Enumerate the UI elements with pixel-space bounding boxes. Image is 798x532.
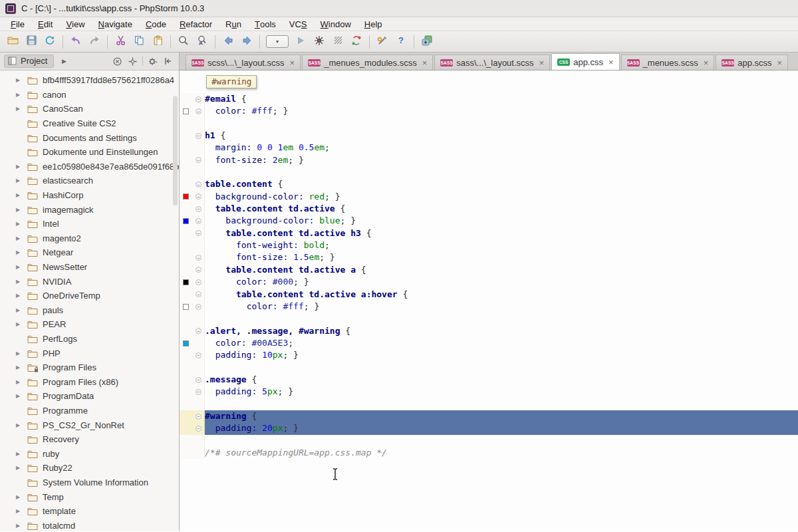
run-button[interactable]	[292, 34, 309, 50]
expand-arrow-icon[interactable]: ▶	[16, 221, 27, 227]
coverage-button[interactable]	[329, 34, 346, 50]
tree-item-template[interactable]: ▶template	[0, 504, 179, 519]
tree-item-newssetter[interactable]: ▶NewsSetter	[0, 260, 179, 275]
tree-item-temp[interactable]: ▶Temp	[0, 489, 179, 504]
fold-marker-icon[interactable]	[196, 328, 201, 334]
menu-window[interactable]: Window	[314, 17, 358, 31]
fold-marker-icon[interactable]	[196, 267, 201, 273]
expand-arrow-icon[interactable]: ▶	[16, 192, 27, 198]
tree-item-dokumente-und-einstellungen[interactable]: Dokumente und Einstellungen	[0, 145, 179, 160]
fold-marker-icon[interactable]	[196, 426, 201, 432]
tree-item-system-volume-information[interactable]: System Volume Information	[0, 475, 179, 490]
tree-item-programme[interactable]: Programme	[0, 404, 179, 418]
expand-arrow-icon[interactable]: ▶	[16, 422, 27, 428]
color-swatch[interactable]	[183, 218, 189, 224]
fold-marker-icon[interactable]	[196, 157, 201, 163]
tree-item-totalcmd[interactable]: ▶totalcmd	[0, 518, 179, 531]
tree-item-ruby22[interactable]: ▶Ruby22	[0, 461, 179, 475]
settings-button[interactable]	[374, 34, 391, 50]
editor-tab-app.css[interactable]: CSSapp.css×	[551, 53, 619, 70]
tree-item-magento2[interactable]: ▶magento2	[0, 231, 179, 246]
menu-file[interactable]: File	[4, 17, 31, 31]
tab-close-icon[interactable]: ×	[608, 58, 614, 66]
project-tree[interactable]: ▶bfb4fff53917fdd8e575621ff0286a4▶canon▶C…	[0, 70, 179, 531]
find-button[interactable]	[175, 34, 192, 50]
fold-marker-icon[interactable]	[196, 194, 201, 200]
expand-arrow-icon[interactable]: ▶	[16, 293, 27, 299]
open-folder-button[interactable]	[4, 34, 21, 50]
tree-item-recovery[interactable]: Recovery	[0, 432, 179, 447]
expand-arrow-icon[interactable]: ▶	[16, 207, 27, 213]
expand-arrow-icon[interactable]: ▶	[16, 178, 27, 184]
expand-arrow-icon[interactable]: ▶	[16, 92, 27, 98]
sync-button[interactable]	[41, 34, 59, 50]
expand-arrow-icon[interactable]: ▶	[16, 508, 27, 514]
expand-arrow-icon[interactable]: ▶	[16, 379, 27, 385]
tree-item-ruby[interactable]: ▶ruby	[0, 446, 179, 461]
forward-button[interactable]	[238, 34, 255, 50]
menu-edit[interactable]: Edit	[31, 17, 59, 31]
tree-item-intel[interactable]: ▶Intel	[0, 217, 179, 231]
tab-close-icon[interactable]: ×	[539, 59, 545, 67]
expand-arrow-icon[interactable]: ▶	[16, 465, 27, 471]
debug-button[interactable]	[311, 34, 328, 50]
fold-marker-icon[interactable]	[196, 255, 201, 261]
color-swatch[interactable]	[183, 340, 189, 346]
expand-arrow-icon[interactable]: ▶	[16, 164, 27, 170]
tree-item-hashicorp[interactable]: ▶HashiCorp	[0, 188, 179, 203]
close-icon[interactable]	[112, 56, 122, 66]
tree-item-ps-cs2-gr-nonret[interactable]: ▶PS_CS2_Gr_NonRet	[0, 418, 179, 432]
color-swatch[interactable]	[183, 194, 189, 200]
fold-marker-icon[interactable]	[196, 377, 201, 383]
expand-arrow-icon[interactable]: ▶	[16, 494, 27, 500]
expand-arrow-icon[interactable]: ▶	[16, 235, 27, 241]
tab-close-icon[interactable]: ×	[422, 59, 428, 67]
tree-item-imagemagick[interactable]: ▶imagemagick	[0, 202, 179, 217]
tree-item-pauls[interactable]: ▶pauls	[0, 303, 179, 318]
chevron-right-icon[interactable]: ▶	[59, 56, 69, 66]
color-swatch[interactable]	[183, 304, 189, 310]
tab-close-icon[interactable]: ×	[290, 59, 295, 67]
find-in-path-button[interactable]	[194, 34, 211, 50]
expand-arrow-icon[interactable]: ▶	[16, 321, 27, 327]
tree-item-canon[interactable]: ▶canon	[0, 88, 179, 102]
tree-item-program-files-x86-[interactable]: ▶Program Files (x86)	[0, 374, 179, 389]
fold-marker-icon[interactable]	[196, 304, 201, 310]
menu-tools[interactable]: Tools	[248, 17, 283, 31]
paste-button[interactable]	[149, 34, 166, 50]
menu-help[interactable]: Help	[358, 17, 389, 31]
back-button[interactable]	[219, 34, 237, 50]
tree-item-pear[interactable]: ▶PEAR	[0, 317, 179, 332]
menu-view[interactable]: View	[59, 17, 91, 31]
fold-marker-icon[interactable]	[196, 108, 201, 114]
expand-arrow-icon[interactable]: ▶	[16, 77, 27, 83]
editor-tab--menues.scss[interactable]: SASS_menues.scss×	[621, 55, 715, 70]
menu-run[interactable]: Run	[219, 17, 248, 31]
tree-item-creative-suite-cs2[interactable]: Creative Suite CS2	[0, 116, 179, 131]
color-swatch[interactable]	[183, 108, 189, 114]
menu-vcs[interactable]: VCS	[283, 17, 314, 31]
tree-item-elasticsearch[interactable]: ▶elasticsearch	[0, 174, 179, 188]
fold-marker-icon[interactable]	[196, 230, 201, 236]
cut-button[interactable]	[112, 34, 129, 50]
tree-item-bfb4fff53917fdd8e575621ff0286a4[interactable]: ▶bfb4fff53917fdd8e575621ff0286a4	[0, 73, 179, 88]
expand-arrow-icon[interactable]: ▶	[16, 279, 27, 285]
tree-item-documents-and-settings[interactable]: Documents and Settings	[0, 130, 179, 145]
fold-marker-icon[interactable]	[196, 96, 201, 102]
menu-refactor[interactable]: Refactor	[173, 17, 219, 31]
copy-button[interactable]	[130, 34, 148, 50]
install-plugin-button[interactable]	[418, 34, 436, 50]
fold-marker-icon[interactable]	[196, 414, 201, 420]
collapse-panel-icon[interactable]	[163, 56, 174, 66]
expand-arrow-icon[interactable]: ▶	[16, 307, 27, 313]
redo-button[interactable]	[86, 34, 103, 50]
editor-tab--menues-modules.scss[interactable]: SASS_menues_modules.scss×	[302, 55, 433, 70]
expand-arrow-icon[interactable]: ▶	[16, 393, 27, 399]
expand-arrow-icon[interactable]: ▶	[16, 249, 27, 255]
menu-code[interactable]: Code	[139, 17, 173, 31]
save-button[interactable]	[23, 34, 40, 50]
expand-arrow-icon[interactable]: ▶	[16, 364, 27, 370]
run-config-dropdown[interactable]: ▾	[266, 35, 289, 48]
rerun-button[interactable]	[348, 34, 365, 50]
tree-item-php[interactable]: ▶PHP	[0, 346, 179, 360]
